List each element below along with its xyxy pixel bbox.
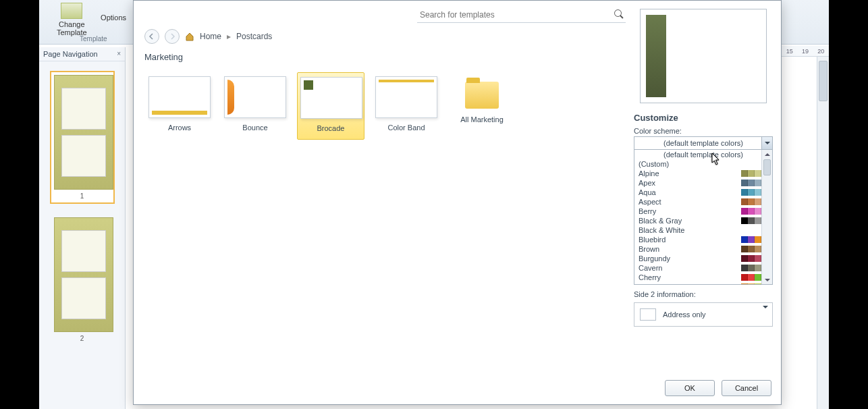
scheme-option[interactable]: Cherry xyxy=(634,273,772,282)
search-icon[interactable] xyxy=(614,9,624,20)
template-colorband-thumb xyxy=(375,76,437,118)
document-vscrollbar[interactable] xyxy=(817,57,829,409)
folder-all-marketing[interactable]: All Marketing xyxy=(448,72,516,140)
swatch xyxy=(755,180,761,186)
scroll-thumb[interactable] xyxy=(763,159,771,175)
color-scheme-combo[interactable]: (default template colors) xyxy=(634,136,773,150)
change-template-label: Change Template xyxy=(57,20,87,36)
scroll-up-icon[interactable] xyxy=(762,150,772,159)
swatch xyxy=(748,255,755,262)
breadcrumb-sep: ▸ xyxy=(227,32,231,41)
swatch xyxy=(741,255,748,262)
scheme-option[interactable]: (Custom) xyxy=(634,159,772,169)
options-button[interactable]: Options xyxy=(95,12,132,23)
swatch xyxy=(748,236,755,243)
dialog-buttons: OK Cancel xyxy=(665,380,771,396)
scheme-name: Aspect xyxy=(639,198,661,206)
scheme-option[interactable]: Apex xyxy=(634,178,772,188)
side2-dropdown-icon[interactable] xyxy=(763,308,768,321)
swatch xyxy=(755,236,761,243)
template-bounce-thumb xyxy=(224,76,286,118)
scheme-name: Berry xyxy=(639,207,656,215)
pane-close-icon[interactable]: × xyxy=(117,50,121,57)
page-nav-title: Page Navigation × xyxy=(39,47,125,61)
template-bounce[interactable]: Bounce xyxy=(221,72,289,140)
side2-thumb-icon xyxy=(640,308,656,321)
scheme-option[interactable]: Black & White xyxy=(634,225,772,235)
change-template-dialog: Home ▸ Postcards Marketing Arrows Bounce… xyxy=(133,0,782,405)
swatch xyxy=(755,246,761,252)
side2-combo[interactable]: Address only xyxy=(634,302,773,327)
folder-all-marketing-label: All Marketing xyxy=(451,115,513,124)
scheme-option[interactable]: Brown xyxy=(634,244,772,254)
nav-back-button[interactable] xyxy=(144,29,159,44)
ok-button[interactable]: OK xyxy=(665,380,715,396)
nav-forward-button[interactable] xyxy=(165,29,180,44)
swatch xyxy=(741,170,748,177)
customize-panel: Customize Color scheme: (default templat… xyxy=(634,9,773,371)
breadcrumb-current[interactable]: Postcards xyxy=(236,32,272,41)
search-input[interactable] xyxy=(417,7,626,23)
scheme-option[interactable]: Black & Gray xyxy=(634,216,772,225)
scroll-down-icon[interactable] xyxy=(762,275,772,284)
swatch xyxy=(748,217,755,224)
scheme-header[interactable]: (default template colors) xyxy=(634,150,772,159)
home-icon[interactable] xyxy=(185,32,194,41)
template-arrows[interactable]: Arrows xyxy=(146,72,213,140)
swatch xyxy=(755,255,761,262)
scheme-name: Brown xyxy=(639,245,659,253)
scheme-option[interactable]: Citrus xyxy=(634,282,772,285)
swatch xyxy=(741,198,748,205)
scheme-name: Black & White xyxy=(639,226,684,234)
cancel-button[interactable]: Cancel xyxy=(722,380,771,396)
change-template-button[interactable]: Change Template xyxy=(51,1,92,38)
template-arrows-thumb xyxy=(148,76,211,118)
template-search xyxy=(417,7,626,23)
swatch xyxy=(748,274,755,281)
swatch xyxy=(748,265,755,271)
scheme-option[interactable]: Alpine xyxy=(634,169,772,178)
publisher-window: Change Template Options Ma Template Page… xyxy=(39,0,829,409)
scheme-name: Cherry xyxy=(639,273,661,281)
horizontal-ruler: 15 19 20 xyxy=(782,46,829,57)
page-nav-title-text: Page Navigation xyxy=(43,50,98,58)
swatch xyxy=(748,198,755,205)
color-scheme-selected: (default template colors) xyxy=(663,139,743,147)
template-colorband-label: Color Band xyxy=(375,124,437,132)
swatch xyxy=(741,265,748,271)
customize-title: Customize xyxy=(634,113,773,123)
breadcrumb-home[interactable]: Home xyxy=(200,32,221,41)
template-icon xyxy=(61,3,82,19)
page-thumb-2[interactable]: 2 xyxy=(50,213,115,346)
swatch xyxy=(748,283,755,285)
ruler-mark: 19 xyxy=(802,48,809,55)
page-thumb-1[interactable]: 1 xyxy=(50,71,115,204)
swatch xyxy=(755,217,761,224)
swatch xyxy=(755,274,761,281)
template-preview xyxy=(640,9,767,103)
combo-dropdown-button[interactable] xyxy=(761,137,772,149)
category-heading: Marketing xyxy=(144,52,183,62)
scheme-option[interactable]: Aspect xyxy=(634,197,772,207)
ruler-mark: 15 xyxy=(786,48,793,55)
color-scheme-dropdown: (default template colors) (Custom)Alpine… xyxy=(634,150,773,285)
page-thumb-1-num: 1 xyxy=(54,192,111,200)
swatch xyxy=(741,283,748,285)
scheme-name: Apex xyxy=(639,179,655,187)
template-gallery: Arrows Bounce Brocade Color Band All Mar… xyxy=(142,68,623,371)
scheme-option[interactable]: Burgundy xyxy=(634,254,772,263)
page-navigation-pane: Page Navigation × 1 2 xyxy=(39,47,126,409)
template-brocade[interactable]: Brocade xyxy=(297,72,364,140)
color-scheme-label: Color scheme: xyxy=(634,127,773,135)
scheme-option[interactable]: Aqua xyxy=(634,188,772,197)
scheme-option[interactable]: Berry xyxy=(634,207,772,216)
scheme-option[interactable]: Bluebird xyxy=(634,235,772,244)
scheme-scrollbar[interactable] xyxy=(761,150,772,284)
scheme-option[interactable]: Cavern xyxy=(634,263,772,273)
swatch xyxy=(755,170,761,177)
side2-label: Side 2 information: xyxy=(634,290,773,298)
swatch xyxy=(741,180,748,186)
ribbon-group-label: Template xyxy=(80,35,107,43)
swatch xyxy=(741,217,748,224)
template-colorband[interactable]: Color Band xyxy=(373,72,440,140)
